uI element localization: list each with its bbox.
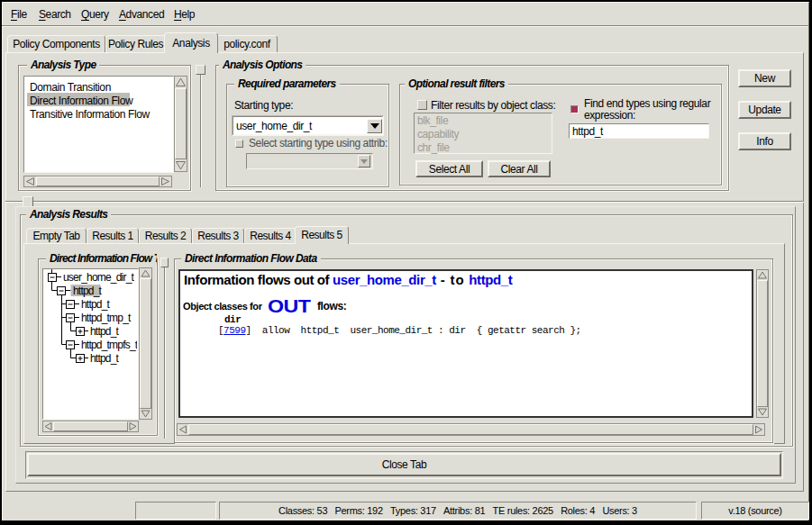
svg-text:httpd_t: httpd_t <box>90 325 120 338</box>
svg-text:httpd_tmpfs_t: httpd_tmpfs_t <box>81 339 137 351</box>
svg-text:httpd_t: httpd_t <box>81 298 111 311</box>
svg-text:httpd_t: httpd_t <box>90 352 120 365</box>
svg-text:httpd_tmp_t: httpd_tmp_t <box>81 312 132 324</box>
svg-text:user_home_dir_t: user_home_dir_t <box>63 271 135 284</box>
svg-text:httpd_t: httpd_t <box>73 285 103 297</box>
